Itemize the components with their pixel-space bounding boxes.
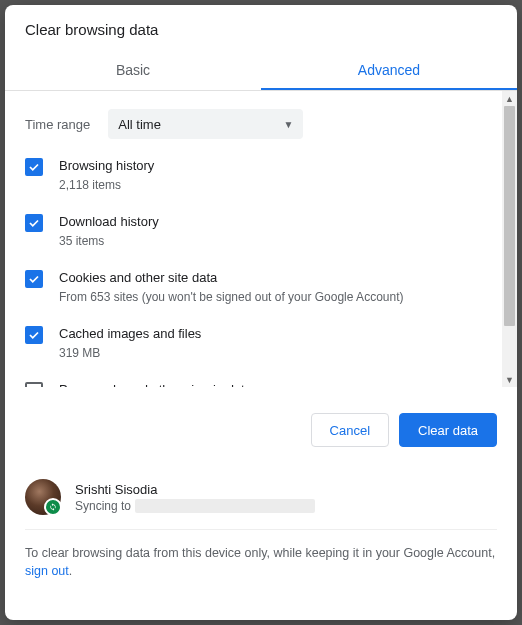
dialog-title: Clear browsing data xyxy=(5,5,517,52)
avatar xyxy=(25,479,61,515)
account-name: Srishti Sisodia xyxy=(75,482,315,497)
options-scroll-area: Time range All time ▼ Browsing history2,… xyxy=(5,91,517,387)
time-range-row: Time range All time ▼ xyxy=(25,91,497,147)
time-range-select[interactable]: All time ▼ xyxy=(108,109,303,139)
dialog-buttons: Cancel Clear data xyxy=(5,387,517,465)
scrollbar-thumb[interactable] xyxy=(504,106,515,326)
data-type-item: Passwords and other sign-in data25 passw… xyxy=(25,371,497,387)
account-info: Srishti Sisodia Syncing to xyxy=(75,482,315,513)
tab-basic[interactable]: Basic xyxy=(5,52,261,90)
checkbox[interactable] xyxy=(25,214,43,232)
item-title: Cached images and files xyxy=(59,325,497,343)
chevron-down-icon: ▼ xyxy=(283,119,293,130)
item-title: Browsing history xyxy=(59,157,497,175)
item-text: Cached images and files319 MB xyxy=(59,325,497,361)
sign-out-link[interactable]: sign out xyxy=(25,564,69,578)
tab-advanced[interactable]: Advanced xyxy=(261,52,517,90)
tabs: Basic Advanced xyxy=(5,52,517,91)
item-title: Passwords and other sign-in data xyxy=(59,381,497,387)
checkbox[interactable] xyxy=(25,270,43,288)
account-sync-status: Syncing to xyxy=(75,499,315,513)
scroll-down-icon[interactable]: ▼ xyxy=(502,372,517,387)
time-range-label: Time range xyxy=(25,117,90,132)
account-row: Srishti Sisodia Syncing to xyxy=(25,465,497,530)
data-type-item: Cookies and other site dataFrom 653 site… xyxy=(25,259,497,315)
item-text: Cookies and other site dataFrom 653 site… xyxy=(59,269,497,305)
item-text: Passwords and other sign-in data25 passw… xyxy=(59,381,497,387)
clear-data-button[interactable]: Clear data xyxy=(399,413,497,447)
item-subtitle: 2,118 items xyxy=(59,177,497,193)
item-subtitle: 319 MB xyxy=(59,345,497,361)
footnote: To clear browsing data from this device … xyxy=(5,530,517,600)
data-type-item: Cached images and files319 MB xyxy=(25,315,497,371)
scrollbar[interactable]: ▲ ▼ xyxy=(502,91,517,387)
item-text: Download history35 items xyxy=(59,213,497,249)
data-type-item: Download history35 items xyxy=(25,203,497,259)
scroll-up-icon[interactable]: ▲ xyxy=(502,91,517,106)
item-title: Download history xyxy=(59,213,497,231)
sync-status-icon xyxy=(44,498,62,516)
item-subtitle: 35 items xyxy=(59,233,497,249)
checkbox[interactable] xyxy=(25,326,43,344)
checkbox[interactable] xyxy=(25,158,43,176)
redacted-email xyxy=(135,499,315,513)
time-range-value: All time xyxy=(118,117,161,132)
item-subtitle: From 653 sites (you won't be signed out … xyxy=(59,289,497,305)
cancel-button[interactable]: Cancel xyxy=(311,413,389,447)
checkbox[interactable] xyxy=(25,382,43,387)
item-title: Cookies and other site data xyxy=(59,269,497,287)
item-text: Browsing history2,118 items xyxy=(59,157,497,193)
data-type-item: Browsing history2,118 items xyxy=(25,147,497,203)
clear-browsing-data-dialog: Clear browsing data Basic Advanced Time … xyxy=(5,5,517,620)
